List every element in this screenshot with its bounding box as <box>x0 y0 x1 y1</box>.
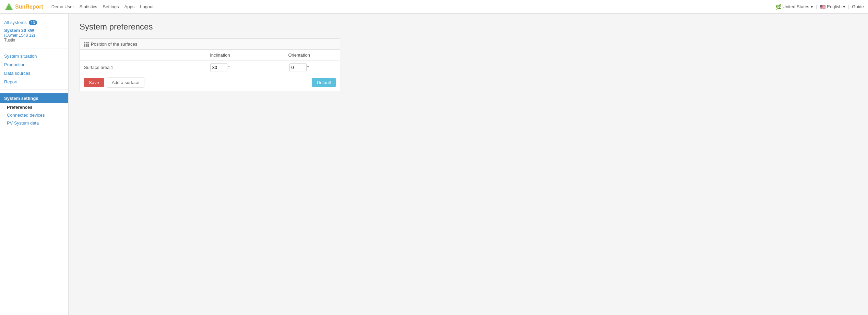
demo-user-link[interactable]: Demo User <box>51 4 74 9</box>
inclination-cell: ° <box>181 61 258 74</box>
sidebar: All systems 13 System 30 kW (Owner 1548 … <box>0 14 69 315</box>
all-systems-link[interactable]: All systems 13 <box>4 20 64 25</box>
preferences-link[interactable]: Preferences <box>0 103 68 111</box>
table-row: Surface area 1 ° ° <box>80 61 340 74</box>
statistics-link[interactable]: Statistics <box>80 4 97 9</box>
logo-text: SunReport <box>15 4 43 10</box>
layout: All systems 13 System 30 kW (Owner 1548 … <box>0 14 868 315</box>
all-systems-section: All systems 13 System 30 kW (Owner 1548 … <box>0 18 68 45</box>
orientation-input[interactable] <box>289 63 307 71</box>
locale-divider: | <box>816 4 817 9</box>
system-name[interactable]: System 30 kW <box>4 28 64 33</box>
topnav-links: Demo User Statistics Settings Apps Logou… <box>51 4 775 9</box>
language-label: English <box>827 4 842 9</box>
system-settings-header: System settings <box>0 93 68 103</box>
data-sources-link[interactable]: Data sources <box>0 69 68 78</box>
country-chevron-icon: ▾ <box>811 4 813 9</box>
orientation-cell: ° <box>258 61 340 74</box>
guide-divider: | <box>848 4 849 9</box>
logout-link[interactable]: Logout <box>140 4 154 9</box>
system-location: Tustin <box>4 38 64 43</box>
language-flag-icon: 🇺🇸 <box>820 4 825 10</box>
country-selector[interactable]: 🌿 United States ▾ <box>775 4 813 10</box>
surface-label: Surface area 1 <box>80 61 181 74</box>
production-link[interactable]: Production <box>0 60 68 69</box>
country-label: United States <box>783 4 809 9</box>
add-surface-button[interactable]: Add a surface <box>107 78 144 88</box>
language-selector[interactable]: 🇺🇸 English ▾ <box>820 4 845 10</box>
card-footer: Save Add a surface Default <box>80 74 340 91</box>
orientation-input-group: ° <box>289 63 309 71</box>
system-owner: (Owner 1548 12) <box>4 33 64 38</box>
topnav-right: 🌿 United States ▾ | 🇺🇸 English ▾ | Guide <box>775 4 864 10</box>
grid-icon <box>84 42 89 47</box>
col-orientation: Orientation <box>258 50 340 61</box>
default-button[interactable]: Default <box>312 78 336 87</box>
all-systems-label: All systems <box>4 20 27 25</box>
topnav: SunReport Demo User Statistics Settings … <box>0 0 868 14</box>
report-link[interactable]: Report <box>0 78 68 86</box>
all-systems-badge: 13 <box>29 20 37 25</box>
sidebar-divider-1 <box>0 48 68 48</box>
sidebar-divider-2 <box>0 90 68 90</box>
inclination-input-group: ° <box>210 63 230 71</box>
settings-link[interactable]: Settings <box>103 4 119 9</box>
inclination-unit: ° <box>228 65 230 70</box>
preferences-card: Position of the surfaces Inclination Ori… <box>80 38 340 91</box>
guide-link[interactable]: Guide <box>852 4 864 9</box>
pv-system-data-link[interactable]: PV System data <box>0 119 68 127</box>
card-header-label: Position of the surfaces <box>91 42 137 47</box>
surfaces-table: Inclination Orientation Surface area 1 ° <box>80 50 340 74</box>
system-situation-link[interactable]: System situation <box>0 52 68 60</box>
main-content: System preferences Position of the surfa… <box>69 14 868 315</box>
us-flag-icon: 🌿 <box>775 4 781 10</box>
save-button[interactable]: Save <box>84 78 104 87</box>
page-title: System preferences <box>80 22 857 32</box>
orientation-unit: ° <box>307 65 309 70</box>
connected-devices-link[interactable]: Connected devices <box>0 111 68 119</box>
language-chevron-icon: ▾ <box>843 4 845 9</box>
card-header: Position of the surfaces <box>80 39 340 50</box>
apps-link[interactable]: Apps <box>124 4 135 9</box>
inclination-input[interactable] <box>210 63 227 71</box>
col-inclination: Inclination <box>181 50 258 61</box>
logo[interactable]: SunReport <box>4 2 43 12</box>
col-surface <box>80 50 181 61</box>
